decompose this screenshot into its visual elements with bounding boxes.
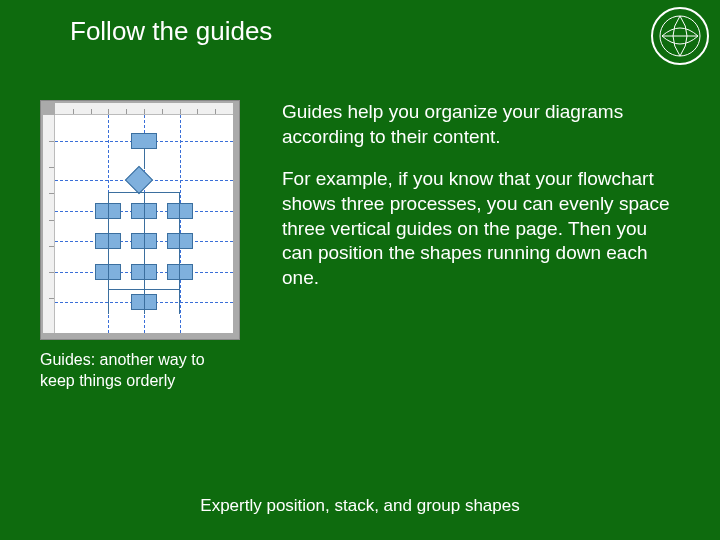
guides-diagram <box>40 100 240 340</box>
institute-seal-logo <box>650 6 710 66</box>
diagram-caption: Guides: another way to keep things order… <box>40 350 240 392</box>
flowchart-process-shape <box>131 133 157 149</box>
paragraph: Guides help you organize your diagrams a… <box>282 100 680 149</box>
horizontal-ruler <box>55 103 233 115</box>
footer-text: Expertly position, stack, and group shap… <box>0 496 720 516</box>
paragraph: For example, if you know that your flowc… <box>282 167 680 290</box>
flowchart-decision-shape <box>125 166 153 194</box>
diagram-canvas <box>55 115 233 333</box>
vertical-ruler <box>43 115 55 333</box>
body-text: Guides help you organize your diagrams a… <box>282 100 680 309</box>
page-title: Follow the guides <box>70 16 272 47</box>
